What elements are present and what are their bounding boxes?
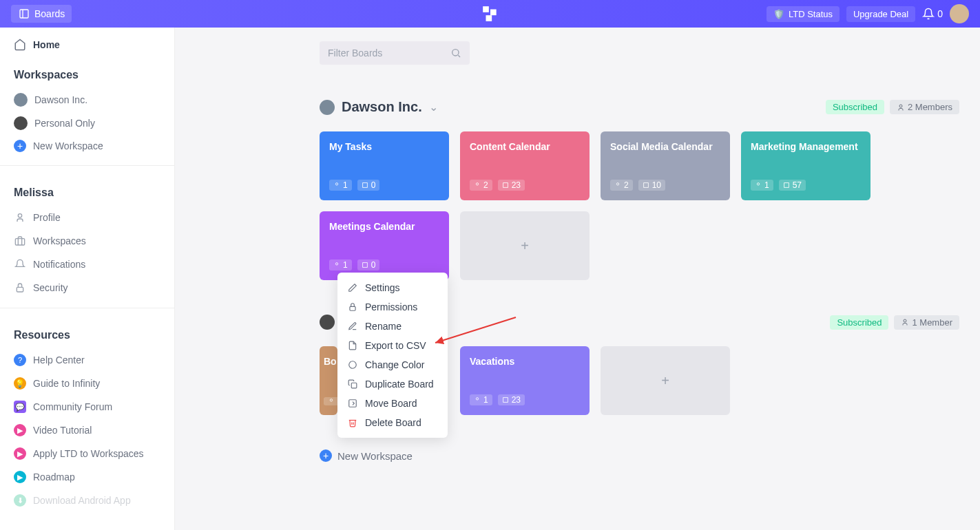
board-context-menu: Settings Permissions Rename Export to CS… [337, 273, 448, 438]
nav-workspaces[interactable]: Workspaces [0, 229, 174, 253]
workspaces-header: Workspaces [0, 56, 174, 88]
add-board-button[interactable]: + [460, 211, 590, 280]
plus-icon: + [320, 449, 332, 462]
user-avatar[interactable] [950, 4, 969, 23]
members-stat: 1 [751, 180, 773, 191]
res-help-center[interactable]: ? Help Center [0, 348, 174, 372]
briefcase-icon [14, 235, 26, 247]
shield-icon: 🛡️ [773, 9, 784, 19]
res-label: Apply LTD to Workspaces [33, 448, 144, 459]
ctx-duplicate[interactable]: Duplicate Board [337, 374, 448, 394]
ctx-label: Change Color [365, 359, 424, 370]
board-title: Social Media Calendar [610, 141, 720, 152]
plus-icon: + [14, 140, 26, 152]
res-apply-ltd[interactable]: ▶ Apply LTD to Workspaces [0, 442, 174, 465]
nav-notifications[interactable]: Notifications [0, 253, 174, 276]
board-card-my-tasks[interactable]: My Tasks 1 0 [320, 131, 449, 200]
new-workspace-link[interactable]: + New Workspace [320, 449, 959, 462]
svg-rect-20 [362, 263, 367, 268]
add-board-button[interactable]: + [601, 346, 730, 415]
download-icon: ⬇ [14, 494, 26, 507]
palette-icon [347, 359, 358, 370]
svg-rect-6 [15, 239, 24, 245]
ctx-move[interactable]: Move Board [337, 394, 448, 413]
board-card-vacations[interactable]: Vacations 1 23 [460, 346, 590, 415]
chevron-down-icon[interactable]: ⌄ [429, 100, 438, 114]
svg-point-8 [452, 50, 459, 56]
members-stat [324, 397, 337, 405]
svg-rect-3 [490, 10, 497, 16]
items-stat: 0 [357, 259, 380, 271]
notifications-button[interactable]: 0 [922, 8, 943, 20]
nav-home[interactable]: Home [0, 28, 174, 56]
boards-button[interactable]: Boards [11, 5, 72, 23]
ctx-export-csv[interactable]: Export to CSV [337, 336, 448, 355]
members-badge[interactable]: 2 Members [890, 100, 959, 114]
ltd-status-button[interactable]: 🛡️ LTD Status [767, 6, 840, 22]
board-card-bo[interactable]: Bo [320, 346, 337, 415]
res-forum[interactable]: 💬 Community Forum [0, 395, 174, 418]
items-stat: 0 [357, 180, 380, 191]
ctx-label: Export to CSV [365, 340, 426, 351]
boards-grid: My Tasks 1 0 Content Calendar 2 23 Socia… [320, 131, 959, 280]
ctx-rename[interactable]: Rename [337, 317, 448, 336]
ctx-delete[interactable]: Delete Board [337, 413, 448, 432]
ctx-label: Duplicate Board [365, 379, 434, 390]
filter-boards-input[interactable] [328, 47, 450, 59]
board-card-marketing[interactable]: Marketing Management 1 57 [741, 131, 870, 200]
edit-icon [347, 321, 358, 332]
board-card-content-calendar[interactable]: Content Calendar 2 23 [460, 131, 590, 200]
workspace-avatar [14, 93, 28, 107]
nav-notifications-label: Notifications [33, 259, 85, 270]
svg-rect-12 [362, 183, 367, 188]
svg-rect-2 [483, 6, 489, 12]
board-title: Content Calendar [470, 141, 580, 152]
trash-icon [347, 417, 358, 428]
res-guide[interactable]: 💡 Guide to Infinity [0, 372, 174, 395]
ctx-permissions[interactable]: Permissions [337, 297, 448, 317]
app-logo[interactable] [481, 5, 499, 23]
filter-boards-input-wrap[interactable] [320, 41, 470, 65]
upgrade-label: Upgrade Deal [853, 9, 908, 19]
nav-profile[interactable]: Profile [0, 206, 174, 229]
nav-workspaces-label: Workspaces [33, 235, 86, 246]
board-title: Vacations [470, 356, 580, 367]
svg-rect-18 [784, 183, 789, 188]
ctx-change-color[interactable]: Change Color [337, 355, 448, 374]
members-badge[interactable]: 1 Member [894, 315, 959, 330]
ctx-settings[interactable]: Settings [337, 278, 448, 297]
boards-label: Boards [34, 8, 65, 19]
topbar: Boards 🛡️ LTD Status Upgrade Deal 0 [0, 0, 980, 28]
workspace-header: Dawson Inc. ⌄ Subscribed 2 Members [320, 99, 959, 115]
divider [0, 308, 174, 308]
svg-rect-21 [350, 306, 355, 310]
board-card-social-media[interactable]: Social Media Calendar 2 10 [601, 131, 730, 200]
res-android[interactable]: ⬇ Download Android App [0, 489, 174, 512]
sidebar-workspace-personal[interactable]: Personal Only [0, 112, 174, 135]
workspace-avatar [14, 116, 28, 130]
nav-security[interactable]: Security [0, 276, 174, 299]
res-label: Download Android App [33, 495, 131, 506]
svg-point-27 [330, 399, 332, 401]
home-icon [14, 39, 26, 51]
ctx-label: Move Board [365, 398, 417, 409]
members-count: 1 Member [912, 317, 952, 328]
board-title: Bo [324, 356, 333, 367]
nav-profile-label: Profile [33, 212, 61, 223]
res-roadmap[interactable]: ▶ Roadmap [0, 465, 174, 489]
sidebar-workspace-dawson[interactable]: Dawson Inc. [0, 88, 174, 112]
res-video[interactable]: ▶ Video Tutorial [0, 418, 174, 442]
workspace-name: Personal Only [34, 118, 95, 129]
sidebar: Home Workspaces Dawson Inc. Personal Onl… [0, 28, 175, 530]
new-workspace-button[interactable]: + New Workspace [0, 135, 174, 157]
users-icon [901, 318, 909, 326]
subscribed-badge: Subscribed [830, 315, 888, 330]
board-card-meetings[interactable]: Meetings Calendar 1 0 [320, 211, 449, 280]
chat-icon: 💬 [14, 401, 26, 413]
question-icon: ? [14, 354, 26, 366]
svg-rect-24 [349, 400, 357, 407]
svg-point-17 [757, 183, 759, 185]
upgrade-button[interactable]: Upgrade Deal [846, 6, 915, 22]
res-label: Video Tutorial [33, 425, 92, 436]
bell-icon [14, 258, 26, 271]
